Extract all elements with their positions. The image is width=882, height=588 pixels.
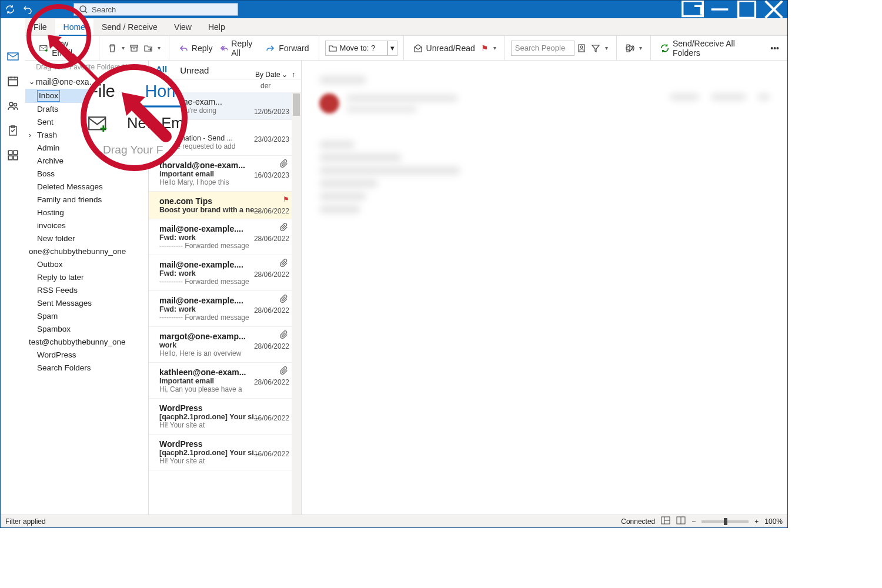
status-filter-label: Filter applied: [5, 517, 46, 526]
message-item[interactable]: WordPress[qacph2.1prod.one] Your si...Hi…: [149, 399, 301, 435]
message-date: 16/06/2022: [254, 450, 289, 458]
account-header[interactable]: ›test@chubbythebunny_one: [25, 336, 148, 349]
search-people-input[interactable]: Search People: [511, 41, 574, 56]
rail-tasks-icon[interactable]: [1, 118, 25, 143]
tab-send-receive[interactable]: Send / Receive: [93, 19, 166, 35]
folder-item[interactable]: Spambox: [25, 323, 148, 336]
message-date: 28/06/2022: [254, 270, 289, 279]
rail-calendar-icon[interactable]: [1, 69, 25, 93]
reply-all-icon: [220, 44, 228, 53]
folder-item[interactable]: Reply to later: [25, 271, 148, 284]
delete-button[interactable]: ▾: [105, 40, 127, 56]
folder-item[interactable]: Deleted Messages: [25, 181, 148, 193]
message-date: 28/06/2022: [254, 207, 289, 215]
address-book-button[interactable]: [574, 40, 589, 56]
folder-item[interactable]: Hosting: [25, 206, 148, 219]
message-item[interactable]: margot@one-examp...workHello, Here is an…: [149, 327, 301, 363]
zoom-slider[interactable]: [701, 520, 749, 523]
folder-item[interactable]: Sent Messages: [25, 297, 148, 310]
message-item[interactable]: mail@one-example....Fwd: work---------- …: [149, 219, 301, 255]
reply-button[interactable]: Reply: [175, 40, 216, 56]
message-date: 16/03/2023: [254, 171, 289, 179]
message-from: WordPress: [159, 439, 289, 449]
svg-point-0: [80, 6, 86, 12]
flag-dropdown[interactable]: ⚑▾: [479, 40, 499, 56]
archive-button[interactable]: [127, 40, 141, 56]
svg-rect-4: [131, 45, 138, 47]
message-preview: Hello Mary, I hope this: [159, 178, 289, 186]
view-reading-icon[interactable]: [676, 516, 686, 526]
svg-rect-13: [14, 151, 18, 155]
search-box[interactable]: Search: [74, 3, 238, 16]
move-to-chevron-icon[interactable]: ▾: [387, 41, 397, 56]
ribbon: New Email ▾ ▾ Reply Reply All Forward Mo…: [1, 36, 787, 61]
attachment-icon: [280, 159, 288, 169]
zoom-out-button[interactable]: −: [691, 517, 696, 526]
unread-read-button[interactable]: Unread/Read: [410, 40, 479, 56]
send-receive-all-button[interactable]: Send/Receive All Folders: [657, 40, 763, 56]
speaker-icon: [625, 44, 634, 53]
maximize-button[interactable]: [733, 1, 760, 18]
svg-point-6: [580, 46, 583, 48]
folder-item[interactable]: invoices: [25, 219, 148, 232]
message-preview: ---------- Forwarded message: [159, 313, 289, 322]
sync-icon[interactable]: [5, 5, 15, 14]
scrollbar-thumb[interactable]: [293, 93, 300, 116]
zoom-in-button[interactable]: +: [754, 517, 759, 526]
zoom-slider-thumb[interactable]: [724, 518, 727, 525]
undo-icon[interactable]: [23, 5, 32, 14]
rail-people-icon[interactable]: [1, 93, 25, 118]
folder-item[interactable]: WordPress: [25, 349, 148, 362]
message-date: 28/06/2022: [254, 378, 289, 386]
sort-direction-icon[interactable]: ↑: [292, 71, 295, 79]
read-aloud-button[interactable]: ▾: [623, 40, 644, 56]
message-date: 28/06/2022: [254, 306, 289, 315]
rail-more-icon[interactable]: [1, 143, 25, 168]
sort-dropdown[interactable]: By Date ⌄ ↑: [255, 71, 295, 79]
message-filter-tabs: All Unread By Date ⌄ ↑: [149, 61, 301, 79]
message-preview: ---------- Forwarded message: [159, 278, 289, 286]
message-from: one.com Tips: [159, 196, 289, 206]
reply-all-button[interactable]: Reply All: [216, 40, 263, 56]
forward-button[interactable]: Forward: [262, 40, 312, 56]
message-from: mail@one-example....: [159, 260, 289, 269]
folder-move-icon: [143, 44, 153, 53]
rail-mail-icon[interactable]: [1, 44, 25, 69]
message-item[interactable]: mail@one-example....Fwd: work---------- …: [149, 291, 301, 327]
tab-help[interactable]: Help: [200, 19, 233, 35]
annotation-arrow-big: [116, 86, 175, 145]
filter-button[interactable]: ▾: [589, 40, 610, 56]
message-date: 28/06/2022: [254, 342, 289, 350]
folder-item[interactable]: Outbox: [25, 258, 148, 271]
message-preview: Hi! Your site at: [159, 457, 289, 465]
folder-item[interactable]: New folder: [25, 232, 148, 245]
close-button[interactable]: [760, 1, 787, 18]
view-normal-icon[interactable]: [661, 516, 670, 526]
message-item[interactable]: kathleen@one-exam...Important emailHi, C…: [149, 363, 301, 399]
svg-rect-15: [14, 156, 18, 160]
message-list-scrollbar[interactable]: [292, 92, 301, 514]
ribbon-display-icon[interactable]: [679, 1, 706, 18]
move-to-dropdown[interactable]: Move to: ?: [325, 41, 387, 56]
folder-item[interactable]: RSS Feeds: [25, 284, 148, 297]
message-item[interactable]: one.com TipsBoost your brand with a ne..…: [149, 192, 301, 219]
message-preview: ---------- Forwarded message: [159, 242, 289, 250]
folder-item[interactable]: Spam: [25, 310, 148, 323]
move-button[interactable]: ▾: [141, 40, 163, 56]
address-book-icon: [577, 44, 586, 53]
message-item[interactable]: thorvald@one-exam...important emailHello…: [149, 156, 301, 192]
svg-rect-14: [8, 156, 12, 160]
more-commands-button[interactable]: •••: [768, 40, 781, 56]
svg-point-9: [9, 102, 13, 106]
folder-item[interactable]: Family and friends: [25, 193, 148, 206]
tab-view[interactable]: View: [166, 19, 200, 35]
account-header[interactable]: ›one@chubbythebunny_one: [25, 245, 148, 258]
message-item[interactable]: WordPress[qacph2.1prod.one] Your si...Hi…: [149, 435, 301, 470]
message-item[interactable]: mail@one-example....Fwd: work---------- …: [149, 255, 301, 291]
filter-unread-tab[interactable]: Unread: [179, 62, 210, 79]
svg-point-10: [14, 103, 17, 106]
minimize-button[interactable]: [706, 1, 733, 18]
trash-icon: [108, 44, 117, 53]
svg-rect-1: [683, 1, 703, 16]
folder-item[interactable]: Search Folders: [25, 362, 148, 375]
